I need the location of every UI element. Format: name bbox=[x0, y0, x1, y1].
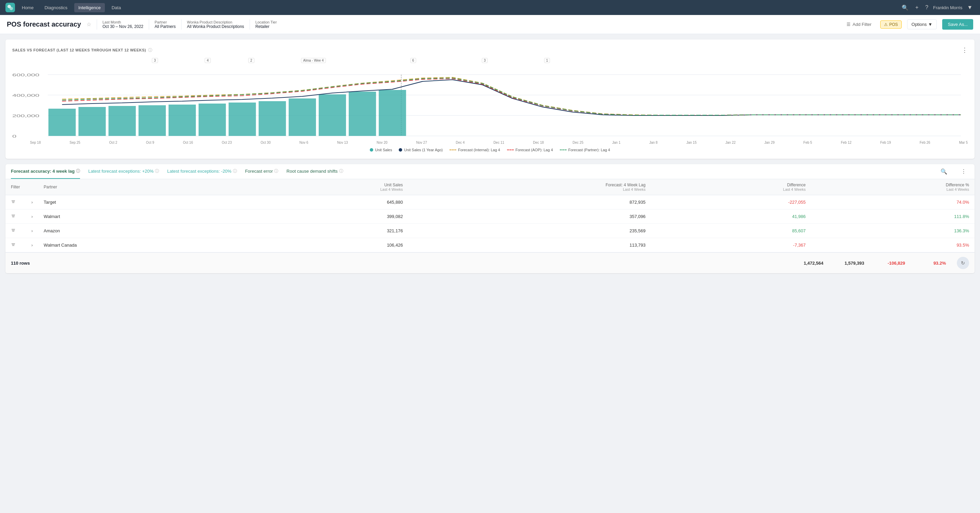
svg-text:400,000: 400,000 bbox=[12, 93, 40, 98]
row-difference: -227,055 bbox=[651, 195, 811, 209]
col-difference: Difference Last 4 Weeks bbox=[651, 179, 811, 195]
row-expand-icon[interactable]: › bbox=[26, 238, 38, 252]
tab-help-icon-0[interactable]: ⓘ bbox=[76, 168, 80, 174]
nav-diagnostics[interactable]: Diagnostics bbox=[41, 3, 72, 12]
svg-text:200,000: 200,000 bbox=[12, 114, 40, 118]
save-as-button[interactable]: Save As... bbox=[942, 19, 973, 30]
tab-help-icon-3[interactable]: ⓘ bbox=[274, 168, 278, 174]
help-icon[interactable]: ? bbox=[923, 2, 930, 13]
nav-intelligence[interactable]: Intelligence bbox=[74, 3, 105, 12]
last-month-value: Oct 30 – Nov 26, 2022 bbox=[102, 24, 143, 29]
x-label-12: Dec 11 bbox=[493, 141, 504, 145]
nav-data[interactable]: Data bbox=[108, 3, 125, 12]
table-row: › Walmart 399,082 357,096 41,986 111.8% bbox=[5, 209, 975, 224]
nav-home[interactable]: Home bbox=[18, 3, 38, 12]
row-expand-icon[interactable]: › bbox=[26, 209, 38, 224]
row-filter-icon[interactable] bbox=[5, 195, 26, 209]
add-filter-label: Add Filter bbox=[853, 22, 872, 27]
page-title: POS forecast accuracy bbox=[7, 21, 81, 28]
location-filter[interactable]: Location Tier Retailer bbox=[255, 20, 277, 29]
tab-help-icon-1[interactable]: ⓘ bbox=[155, 168, 159, 174]
row-difference: 41,986 bbox=[651, 209, 811, 224]
legend-internal-line bbox=[449, 150, 456, 150]
legend-unit-sales-color bbox=[370, 148, 373, 151]
product-filter[interactable]: Wonka Product Description All Wonka Prod… bbox=[187, 20, 244, 29]
row-partner: Walmart bbox=[38, 209, 248, 224]
row-partner: Walmart Canada bbox=[38, 238, 248, 252]
table-more-icon[interactable]: ⋮ bbox=[958, 166, 969, 177]
bar-nov6 bbox=[259, 101, 286, 136]
row-unit-sales: 645,880 bbox=[248, 195, 408, 209]
table-row: › Amazon 321,176 235,569 85,607 136.3% bbox=[5, 224, 975, 238]
add-filter-button[interactable]: ☰ Add Filter bbox=[843, 20, 875, 29]
tab-root-cause-label: Root cause demand shifts bbox=[286, 169, 337, 174]
x-label-14: Dec 25 bbox=[573, 141, 584, 145]
x-label-23: Feb 26 bbox=[920, 141, 930, 145]
total-forecast: 1,579,393 bbox=[829, 261, 870, 266]
row-unit-sales: 321,176 bbox=[248, 224, 408, 238]
total-diff-pct: 93.2% bbox=[910, 261, 951, 266]
search-icon[interactable]: 🔍 bbox=[900, 2, 910, 13]
chart-title-row: SALES VS FORECAST (LAST 12 WEEKS THROUGH… bbox=[12, 46, 968, 54]
location-value: Retailer bbox=[255, 24, 277, 29]
legend-aop-label: Forecast (AOP): Lag 4 bbox=[515, 148, 553, 152]
bar-oct30 bbox=[229, 102, 256, 136]
chart-card: SALES VS FORECAST (LAST 12 WEEKS THROUGH… bbox=[5, 40, 975, 159]
x-label-16: Jan 8 bbox=[649, 141, 657, 145]
user-chevron-icon[interactable]: ▼ bbox=[965, 2, 975, 13]
tab-exceptions-negative[interactable]: Latest forecast exceptions: -20% ⓘ bbox=[167, 164, 237, 179]
legend-unit-sales: Unit Sales bbox=[370, 148, 392, 152]
app-logo bbox=[5, 3, 15, 12]
row-expand-icon[interactable]: › bbox=[26, 224, 38, 238]
product-label: Wonka Product Description bbox=[187, 20, 244, 24]
partner-filter[interactable]: Partner All Partners bbox=[154, 20, 176, 29]
chart-help-icon[interactable]: ⓘ bbox=[148, 47, 152, 53]
row-expand-icon[interactable]: › bbox=[26, 195, 38, 209]
table-search-icon[interactable]: 🔍 bbox=[938, 166, 950, 177]
row-filter-icon[interactable] bbox=[5, 209, 26, 224]
table-footer: 110 rows 1,472,564 1,579,393 -106,829 93… bbox=[5, 252, 975, 273]
tab-bar: Forecast accuracy: 4 week lag ⓘ Latest f… bbox=[5, 164, 975, 179]
add-icon[interactable]: + bbox=[913, 2, 920, 13]
x-label-17: Jan 15 bbox=[686, 141, 697, 145]
x-label-13: Dec 18 bbox=[533, 141, 544, 145]
row-diff-pct: 111.8% bbox=[811, 209, 975, 224]
row-filter-icon[interactable] bbox=[5, 238, 26, 252]
x-label-20: Feb 5 bbox=[803, 141, 812, 145]
legend-unit-sales-label: Unit Sales bbox=[375, 148, 392, 152]
options-button[interactable]: Options ▼ bbox=[907, 19, 937, 29]
bar-sep18 bbox=[48, 109, 76, 136]
tab-forecast-error[interactable]: Forecast error ⓘ bbox=[245, 164, 278, 179]
x-label-10: Nov 27 bbox=[416, 141, 427, 145]
tab-root-cause[interactable]: Root cause demand shifts ⓘ bbox=[286, 164, 343, 179]
x-label-24: Mar 5 bbox=[959, 141, 968, 145]
svg-text:0: 0 bbox=[12, 134, 16, 139]
header-bar: POS forecast accuracy ☆ Last Month Oct 3… bbox=[0, 15, 980, 34]
tab-help-icon-4[interactable]: ⓘ bbox=[339, 168, 343, 174]
row-forecast: 872,935 bbox=[408, 195, 651, 209]
tab-forecast-error-label: Forecast error bbox=[245, 169, 273, 174]
x-label-3: Oct 9 bbox=[146, 141, 154, 145]
chart-title: SALES VS FORECAST (LAST 12 WEEKS THROUGH… bbox=[12, 48, 146, 52]
scroll-button[interactable]: ↻ bbox=[957, 257, 969, 269]
divider4 bbox=[250, 19, 250, 30]
favorite-icon[interactable]: ☆ bbox=[86, 21, 91, 28]
row-filter-icon[interactable] bbox=[5, 224, 26, 238]
divider2 bbox=[149, 19, 149, 30]
pos-badge: ⚠ POS bbox=[880, 21, 901, 29]
user-menu[interactable]: Franklin Morris bbox=[933, 5, 962, 10]
row-forecast: 235,569 bbox=[408, 224, 651, 238]
last-month-filter[interactable]: Last Month Oct 30 – Nov 26, 2022 bbox=[102, 20, 143, 29]
tab-help-icon-2[interactable]: ⓘ bbox=[233, 168, 237, 174]
legend-partner-line bbox=[560, 150, 566, 150]
x-label-7: Nov 6 bbox=[299, 141, 308, 145]
chart-more-icon[interactable]: ⋮ bbox=[962, 46, 968, 54]
x-label-18: Jan 22 bbox=[725, 141, 735, 145]
bar-nov13 bbox=[289, 99, 316, 136]
line-forecast-aop bbox=[62, 79, 961, 115]
row-count: 110 rows bbox=[11, 261, 30, 266]
x-label-9: Nov 20 bbox=[377, 141, 388, 145]
chart-legend: Unit Sales Unit Sales (1 Year Ago) Forec… bbox=[12, 148, 968, 152]
tab-forecast-accuracy[interactable]: Forecast accuracy: 4 week lag ⓘ bbox=[11, 164, 80, 179]
tab-exceptions-positive[interactable]: Latest forecast exceptions: +20% ⓘ bbox=[88, 164, 159, 179]
